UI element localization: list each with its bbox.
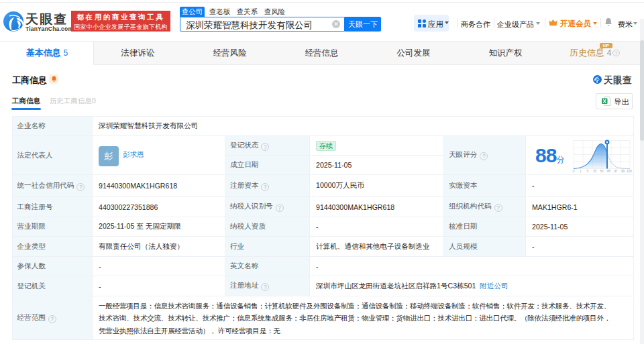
svg-text:50: 50: [600, 170, 604, 173]
svg-text:100: 100: [627, 170, 632, 173]
svg-text:97: 97: [614, 170, 618, 173]
svg-text:5: 5: [587, 170, 589, 173]
svg-text:15: 15: [593, 170, 597, 173]
svg-text:0: 0: [573, 170, 575, 173]
svg-text:99: 99: [621, 170, 625, 173]
svg-text:85: 85: [607, 170, 611, 173]
svg-text:1: 1: [580, 170, 582, 173]
